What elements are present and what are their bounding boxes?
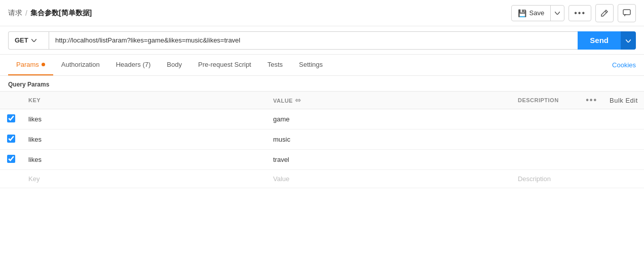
tab-authorization[interactable]: Authorization: [53, 55, 108, 75]
empty-value-cell[interactable]: Value: [267, 170, 512, 188]
row1-bulk-cell: [603, 109, 644, 130]
col-description-header: DESCRIPTION: [512, 92, 580, 109]
row2-value-cell[interactable]: music: [267, 130, 512, 150]
table-row: likes music: [0, 130, 644, 150]
tab-params[interactable]: Params: [8, 55, 53, 75]
table-header-row: KEY VALUE ⇔ DESCRIPTION ••• Bulk Edit: [0, 92, 644, 109]
tab-params-label: Params: [16, 61, 39, 68]
breadcrumb-request: 请求: [8, 9, 22, 18]
tab-body-label: Body: [167, 61, 182, 68]
resize-handle-icon[interactable]: ⇔: [295, 96, 301, 104]
tab-pre-request-label: Pre-request Script: [198, 61, 251, 68]
tab-tests-label: Tests: [268, 61, 283, 68]
send-button-group: Send: [578, 31, 636, 50]
comment-button[interactable]: [618, 4, 636, 22]
method-selector[interactable]: GET: [8, 31, 49, 50]
save-disk-icon: 💾: [518, 9, 526, 17]
col-bulk-header: Bulk Edit: [603, 92, 644, 109]
send-button[interactable]: Send: [578, 31, 621, 50]
edit-button[interactable]: [595, 4, 614, 22]
tab-pre-request[interactable]: Pre-request Script: [190, 55, 259, 75]
col-actions-dots-icon: •••: [586, 96, 597, 104]
comment-icon: [623, 9, 631, 17]
tab-tests[interactable]: Tests: [259, 55, 291, 75]
row1-checkbox[interactable]: [7, 114, 15, 122]
send-dropdown-arrow[interactable]: [621, 31, 636, 50]
empty-key-cell[interactable]: Key: [22, 170, 267, 188]
tab-headers-label: Headers (7): [116, 61, 151, 68]
row1-desc-cell[interactable]: [512, 109, 580, 130]
tab-body[interactable]: Body: [159, 55, 190, 75]
row2-key-cell[interactable]: likes: [22, 130, 267, 150]
table-row-empty: Key Value Description: [0, 170, 644, 188]
row2-check-cell: [0, 130, 22, 150]
params-table: KEY VALUE ⇔ DESCRIPTION ••• Bulk Edit: [0, 91, 644, 188]
row2-desc-cell[interactable]: [512, 130, 580, 150]
empty-check-cell: [0, 170, 22, 188]
method-label: GET: [15, 36, 28, 44]
pencil-icon: [600, 9, 609, 17]
row1-key-cell[interactable]: likes: [22, 109, 267, 130]
more-options-button[interactable]: •••: [569, 5, 591, 21]
top-bar-actions: 💾 Save •••: [511, 4, 636, 22]
row3-desc-cell[interactable]: [512, 150, 580, 170]
params-dot-indicator: [42, 63, 45, 66]
save-button[interactable]: 💾 Save: [512, 6, 551, 21]
row1-check-cell: [0, 109, 22, 130]
chevron-down-icon: [555, 12, 560, 15]
table-row: likes travel: [0, 150, 644, 170]
method-chevron-icon: [31, 39, 36, 42]
svg-rect-0: [623, 10, 630, 15]
breadcrumb-separator: /: [25, 9, 27, 17]
cookies-link[interactable]: Cookies: [612, 61, 636, 69]
empty-bulk-cell: [603, 170, 644, 188]
query-params-section-label: Query Params: [0, 76, 644, 91]
col-value-header: VALUE ⇔: [267, 92, 512, 109]
row2-checkbox[interactable]: [7, 135, 15, 143]
row2-actions-cell: [580, 130, 603, 150]
table-row: likes game: [0, 109, 644, 130]
tab-settings-label: Settings: [299, 61, 323, 68]
row3-bulk-cell: [603, 150, 644, 170]
top-bar: 请求 / 集合参数[简单数据] 💾 Save •••: [0, 0, 644, 26]
tabs-bar: Params Authorization Headers (7) Body Pr…: [0, 55, 644, 76]
row3-key-cell[interactable]: likes: [22, 150, 267, 170]
tab-settings[interactable]: Settings: [291, 55, 331, 75]
tab-authorization-label: Authorization: [61, 61, 100, 68]
empty-desc-cell[interactable]: Description: [512, 170, 580, 188]
row3-checkbox[interactable]: [7, 155, 15, 163]
empty-actions-cell: [580, 170, 603, 188]
row2-bulk-cell: [603, 130, 644, 150]
col-key-header: KEY: [22, 92, 267, 109]
content-area: Query Params KEY VALUE ⇔ DESCRIPTION •••: [0, 76, 644, 188]
row1-actions-cell: [580, 109, 603, 130]
page-title: 集合参数[简单数据]: [30, 9, 92, 18]
save-button-group[interactable]: 💾 Save: [511, 5, 565, 21]
breadcrumb: 请求 / 集合参数[简单数据]: [8, 9, 92, 18]
url-bar: GET Send: [0, 26, 644, 55]
send-chevron-icon: [626, 39, 631, 42]
col-actions-header: •••: [580, 92, 603, 109]
col-check-header: [0, 92, 22, 109]
tab-headers[interactable]: Headers (7): [108, 55, 159, 75]
row3-value-cell[interactable]: travel: [267, 150, 512, 170]
row1-value-cell[interactable]: game: [267, 109, 512, 130]
row3-check-cell: [0, 150, 22, 170]
url-input[interactable]: [49, 31, 578, 50]
save-dropdown-arrow[interactable]: [550, 6, 564, 21]
row3-actions-cell: [580, 150, 603, 170]
